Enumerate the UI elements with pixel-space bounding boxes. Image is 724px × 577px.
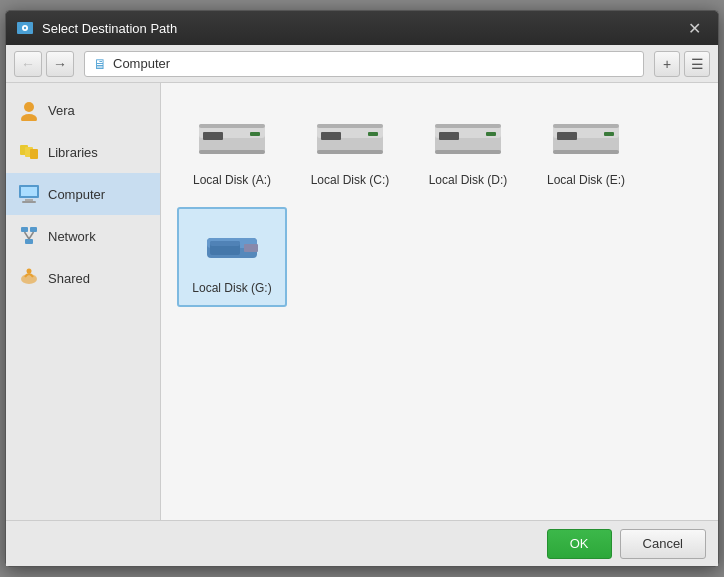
disk-item-e[interactable]: Local Disk (E:) (531, 99, 641, 199)
sidebar-item-vera-label: Vera (48, 103, 75, 118)
disk-label-e: Local Disk (E:) (547, 173, 625, 187)
disk-icon-c (313, 111, 387, 165)
select-destination-dialog: Select Destination Path ✕ ← → 🖥 Computer… (5, 10, 719, 567)
cancel-button[interactable]: Cancel (620, 529, 706, 559)
svg-rect-36 (435, 150, 501, 154)
svg-point-17 (21, 274, 37, 284)
sidebar-item-shared-label: Shared (48, 271, 90, 286)
svg-rect-45 (244, 244, 258, 252)
svg-rect-23 (250, 132, 260, 136)
svg-line-15 (25, 232, 30, 239)
svg-rect-24 (199, 150, 265, 154)
svg-rect-13 (30, 227, 37, 232)
disk-icon-e (549, 111, 623, 165)
main-panel: Local Disk (A:) Local Disk (C:) (161, 83, 718, 520)
svg-rect-12 (21, 227, 28, 232)
ok-button[interactable]: OK (547, 529, 612, 559)
svg-point-18 (27, 269, 32, 274)
svg-rect-40 (553, 124, 619, 128)
view-button[interactable]: ☰ (684, 51, 710, 77)
svg-rect-42 (553, 150, 619, 154)
title-bar: Select Destination Path ✕ (6, 11, 718, 45)
svg-rect-30 (317, 150, 383, 154)
disk-item-d[interactable]: Local Disk (D:) (413, 99, 523, 199)
svg-rect-22 (199, 124, 265, 128)
disk-item-a[interactable]: Local Disk (A:) (177, 99, 287, 199)
svg-rect-34 (435, 124, 501, 128)
address-bar: 🖥 Computer (84, 51, 644, 77)
new-folder-button[interactable]: + (654, 51, 680, 77)
disk-item-g[interactable]: Local Disk (G:) (177, 207, 287, 307)
svg-rect-7 (30, 149, 38, 159)
sidebar-item-network[interactable]: Network (6, 215, 160, 257)
shared-icon (18, 267, 40, 289)
sidebar-item-libraries[interactable]: Libraries (6, 131, 160, 173)
svg-rect-35 (486, 132, 496, 136)
computer-address-icon: 🖥 (93, 56, 107, 72)
disk-icon-g (195, 219, 269, 273)
dialog-title: Select Destination Path (42, 21, 680, 36)
svg-rect-14 (25, 239, 33, 244)
footer: OK Cancel (6, 520, 718, 566)
close-button[interactable]: ✕ (680, 16, 708, 40)
svg-rect-10 (25, 199, 33, 201)
svg-point-2 (24, 27, 26, 29)
sidebar-item-libraries-label: Libraries (48, 145, 98, 160)
libraries-icon (18, 141, 40, 163)
svg-line-16 (29, 232, 34, 239)
network-icon (18, 225, 40, 247)
disk-label-d: Local Disk (D:) (429, 173, 508, 187)
svg-rect-29 (368, 132, 378, 136)
svg-rect-27 (321, 132, 341, 140)
svg-rect-9 (21, 187, 37, 196)
back-button[interactable]: ← (14, 51, 42, 77)
svg-rect-28 (317, 124, 383, 128)
disk-label-c: Local Disk (C:) (311, 173, 390, 187)
svg-rect-41 (604, 132, 614, 136)
disk-label-a: Local Disk (A:) (193, 173, 271, 187)
svg-rect-39 (557, 132, 577, 140)
computer-icon (18, 183, 40, 205)
svg-rect-47 (210, 241, 240, 246)
svg-point-4 (21, 114, 37, 121)
content-area: Vera Libraries (6, 83, 718, 520)
toolbar: ← → 🖥 Computer + ☰ (6, 45, 718, 83)
app-icon (16, 19, 34, 37)
sidebar-item-shared[interactable]: Shared (6, 257, 160, 299)
disk-icon-a (195, 111, 269, 165)
svg-rect-11 (22, 201, 36, 203)
svg-point-3 (24, 102, 34, 112)
sidebar-item-computer[interactable]: Computer (6, 173, 160, 215)
disk-label-g: Local Disk (G:) (192, 281, 271, 295)
disk-item-c[interactable]: Local Disk (C:) (295, 99, 405, 199)
address-text: Computer (113, 56, 170, 71)
forward-button[interactable]: → (46, 51, 74, 77)
svg-rect-21 (203, 132, 223, 140)
svg-rect-33 (439, 132, 459, 140)
sidebar: Vera Libraries (6, 83, 161, 520)
sidebar-item-network-label: Network (48, 229, 96, 244)
sidebar-item-vera[interactable]: Vera (6, 89, 160, 131)
disk-icon-d (431, 111, 505, 165)
sidebar-item-computer-label: Computer (48, 187, 105, 202)
user-icon (18, 99, 40, 121)
